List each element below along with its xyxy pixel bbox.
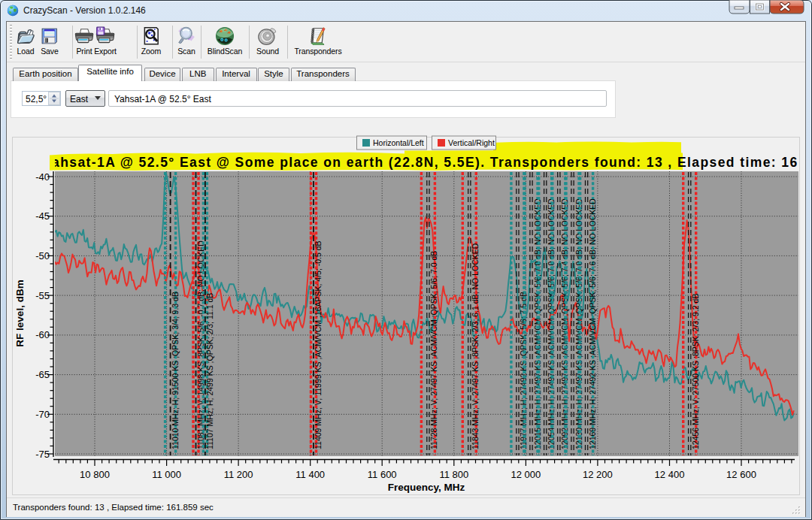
svg-text:12 400: 12 400 (655, 469, 685, 480)
svg-text:12130 MHz; H; 27497 KS ;ACM/VC: 12130 MHz; H; 27497 KS ;ACM/VCM ;QPSK; 5… (574, 198, 583, 449)
svg-text:12169 MHz; H; 27492 KS ;ACM/VC: 12169 MHz; H; 27492 KS ;ACM/VCM ;QPSK; 5… (588, 198, 597, 449)
svg-text:12456 MHz; V; 27500 KS ;8PSK;: 12456 MHz; V; 27500 KS ;8PSK; 2/3; 9.2 d… (691, 294, 700, 449)
svg-text:Frequency, MHz: Frequency, MHz (388, 482, 465, 493)
svg-text:11 800: 11 800 (439, 469, 468, 480)
svg-text:11 600: 11 600 (368, 469, 397, 480)
svg-text:-65: -65 (35, 369, 50, 380)
svg-text:11107 MHz; H; 2499 KS ;QPSK; 2: 11107 MHz; H; 2499 KS ;QPSK; 2/3; 11.1 d… (205, 293, 214, 449)
svg-text:11 000: 11 000 (152, 469, 181, 480)
svg-text:-70: -70 (35, 409, 50, 420)
svg-text:10 800: 10 800 (80, 469, 110, 480)
svg-text:12 000: 12 000 (511, 469, 541, 480)
svg-text:11 200: 11 200 (224, 469, 253, 480)
svg-text:12 200: 12 200 (583, 469, 613, 480)
svg-text:11728 MHz; V; 27497 KS ;ACM/VC: 11728 MHz; V; 27497 KS ;ACM/VCM ;QPSK; 5… (429, 251, 438, 449)
svg-text:-40: -40 (35, 171, 50, 183)
svg-text:11409 MHz; V; 11999 KS ;ACM/VC: 11409 MHz; V; 11999 KS ;ACM/VCM ;16APSK;… (314, 240, 323, 449)
svg-text:RF level, dBm: RF level, dBm (14, 280, 26, 346)
svg-text:11010 MHz; H; 91500 KS ;QPSK;: 11010 MHz; H; 91500 KS ;QPSK; 3/4; 9.3 d… (171, 292, 180, 449)
svg-text:-50: -50 (35, 250, 50, 262)
svg-text:12015 MHz; H; 27497 KS ;ACM/VC: 12015 MHz; H; 27497 KS ;ACM/VCM ;QPSK; 5… (533, 198, 542, 449)
svg-text:11843 MHz; V; 27497 KS ;8PSK;: 11843 MHz; V; 27497 KS ;8PSK; 2/3; 6.1 d… (471, 243, 480, 449)
svg-text:-60: -60 (35, 329, 50, 340)
svg-text:Yahsat-1A @ 52.5° East @ Some: Yahsat-1A @ 52.5° East @ Some place on e… (43, 155, 812, 170)
svg-text:-55: -55 (35, 290, 50, 301)
svg-text:-75: -75 (35, 449, 50, 460)
svg-text:11 400: 11 400 (295, 469, 325, 480)
svg-text:Vertical/Right: Vertical/Right (448, 138, 495, 147)
svg-text:12 600: 12 600 (726, 469, 756, 480)
svg-text:Horizontal/Left: Horizontal/Left (373, 138, 424, 147)
svg-text:-45: -45 (35, 210, 50, 222)
